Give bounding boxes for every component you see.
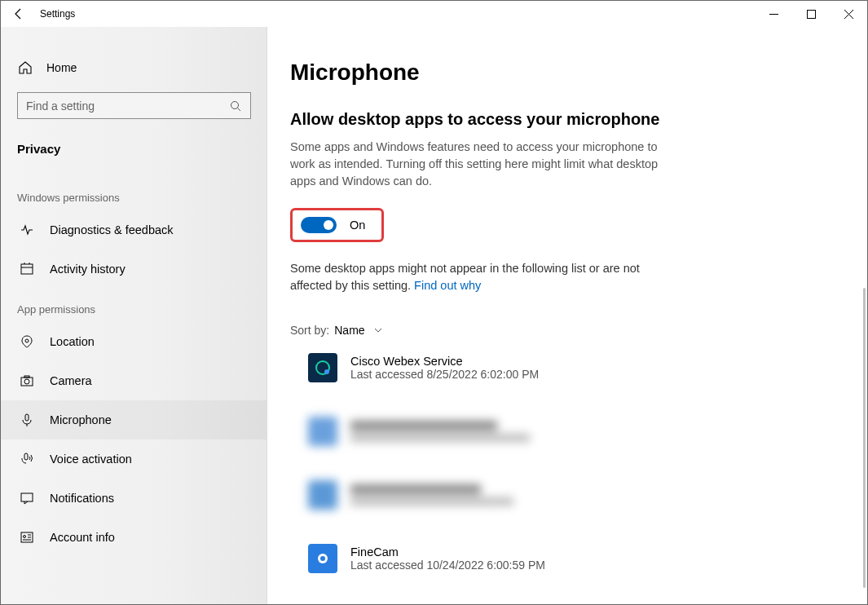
sidebar-item-microphone[interactable]: Microphone: [1, 400, 267, 439]
home-label: Home: [46, 61, 77, 74]
sort-selector[interactable]: Sort by: Name: [290, 324, 835, 337]
minimize-button[interactable]: [755, 1, 792, 27]
sort-value: Name: [334, 324, 364, 337]
app-icon: [308, 544, 337, 573]
sidebar-item-label: Diagnostics & feedback: [50, 223, 174, 236]
sidebar-item-account[interactable]: Account info: [17, 518, 251, 557]
app-last-accessed: Last accessed 8/25/2022 6:02:00 PM: [350, 368, 539, 381]
search-input[interactable]: [26, 99, 229, 113]
app-icon: [308, 480, 337, 510]
minimize-icon: [769, 10, 778, 19]
sidebar-item-label: Activity history: [50, 263, 126, 276]
group-app-permissions: App permissions: [17, 303, 251, 316]
home-icon: [17, 60, 33, 76]
sidebar-item-label: Notifications: [50, 492, 114, 505]
app-last-accessed: Last accessed 10/24/2022 6:00:59 PM: [350, 559, 545, 572]
close-icon: [844, 10, 853, 19]
sidebar-item-label: Account info: [50, 531, 115, 544]
content-area: Microphone Allow desktop apps to access …: [267, 27, 867, 604]
sidebar-item-location[interactable]: Location: [17, 322, 251, 361]
sidebar-item-label: Microphone: [50, 413, 112, 426]
search-box[interactable]: [17, 92, 251, 119]
app-name: [350, 484, 481, 494]
svg-line-3: [238, 108, 241, 111]
chevron-down-icon: [373, 325, 383, 335]
app-row-redacted: [308, 480, 835, 510]
group-windows-permissions: Windows permissions: [17, 192, 251, 204]
diagnostics-icon: [19, 222, 35, 238]
maximize-button[interactable]: [792, 1, 830, 27]
back-button[interactable]: [1, 1, 37, 27]
sidebar: Home Privacy Windows permissions Diagnos…: [1, 27, 267, 604]
title-bar: Settings: [1, 1, 867, 27]
toggle-state-label: On: [350, 219, 365, 232]
app-row-redacted: [308, 417, 835, 446]
current-section-label: Privacy: [17, 142, 251, 156]
svg-rect-4: [21, 264, 33, 274]
location-icon: [19, 333, 35, 350]
app-last-accessed: [350, 497, 513, 506]
sidebar-item-label: Location: [50, 335, 95, 348]
svg-point-10: [24, 379, 29, 384]
section-title: Allow desktop apps to access your microp…: [290, 110, 835, 129]
app-list: Cisco Webex Service Last accessed 8/25/2…: [290, 353, 835, 604]
microphone-icon: [19, 412, 35, 428]
home-link[interactable]: Home: [17, 60, 251, 76]
sort-label: Sort by:: [290, 324, 329, 337]
sidebar-item-notifications[interactable]: Notifications: [17, 479, 251, 518]
activity-icon: [19, 261, 35, 277]
find-out-why-link[interactable]: Find out why: [414, 279, 481, 292]
account-icon: [19, 529, 35, 545]
svg-point-2: [231, 101, 239, 108]
search-icon: [229, 99, 242, 113]
section-description: Some apps and Windows features need to a…: [290, 139, 665, 190]
scrollbar[interactable]: [863, 288, 866, 588]
highlight-annotation: On: [290, 208, 384, 242]
svg-point-8: [25, 339, 29, 342]
svg-rect-14: [24, 453, 28, 460]
voice-icon: [19, 451, 35, 467]
app-row: Cisco Webex Service Last accessed 8/25/2…: [308, 353, 835, 382]
svg-rect-1: [807, 10, 815, 18]
desktop-apps-toggle[interactable]: [301, 217, 337, 233]
notifications-icon: [19, 490, 35, 506]
svg-rect-11: [24, 376, 29, 378]
svg-point-24: [320, 556, 325, 561]
app-last-accessed: [350, 434, 530, 442]
app-icon: [308, 353, 337, 382]
sidebar-item-activity[interactable]: Activity history: [17, 250, 251, 289]
sidebar-item-diagnostics[interactable]: Diagnostics & feedback: [17, 210, 251, 250]
app-name: Cisco Webex Service: [350, 355, 539, 368]
sidebar-item-voice[interactable]: Voice activation: [17, 439, 251, 479]
app-row: FineCam Last accessed 10/24/2022 6:00:59…: [308, 544, 835, 573]
svg-point-22: [324, 369, 329, 374]
svg-point-17: [24, 536, 26, 538]
close-button[interactable]: [830, 1, 867, 27]
sidebar-item-label: Voice activation: [50, 453, 132, 466]
sidebar-item-label: Camera: [50, 374, 92, 387]
arrow-left-icon: [12, 7, 25, 20]
app-icon: [308, 417, 337, 446]
svg-rect-15: [21, 493, 33, 501]
svg-rect-12: [25, 414, 29, 421]
camera-icon: [19, 373, 35, 389]
app-name: FineCam: [350, 545, 545, 559]
sidebar-item-camera[interactable]: Camera: [17, 361, 251, 400]
page-title: Microphone: [290, 60, 835, 86]
window-title: Settings: [40, 8, 75, 20]
secondary-description: Some desktop apps might not appear in th…: [290, 260, 649, 294]
maximize-icon: [807, 10, 816, 19]
app-name: [350, 421, 497, 431]
